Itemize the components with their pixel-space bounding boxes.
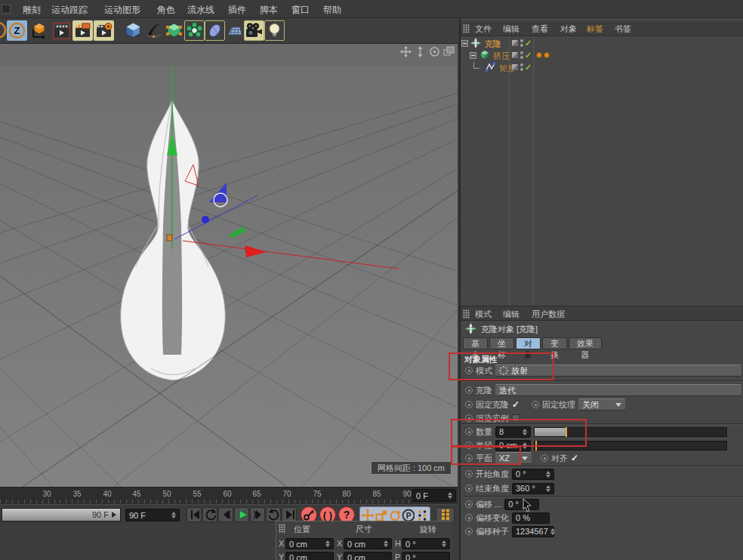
count-input[interactable]: 8 xyxy=(495,426,531,438)
rot-h-input[interactable]: 0 ° xyxy=(402,538,450,549)
previous-frame-button[interactable] xyxy=(218,507,233,522)
enabled-check-icon[interactable]: ✓ xyxy=(525,63,532,72)
menu-script[interactable]: 脚本 xyxy=(260,4,278,17)
tree-row-cloner[interactable]: 克隆 ✓ xyxy=(461,38,743,50)
om-menu-objects[interactable]: 对象 xyxy=(560,23,577,35)
primitive-cube-icon[interactable] xyxy=(123,20,143,41)
anim-dot-icon[interactable] xyxy=(465,442,473,449)
menu-character[interactable]: 角色 xyxy=(157,4,175,17)
anim-dot-icon[interactable] xyxy=(465,428,473,435)
axis-z-handle[interactable] xyxy=(202,216,209,223)
tree-row-rectangle[interactable]: 矩形 ✓ xyxy=(461,62,743,74)
stepper-icon[interactable] xyxy=(544,485,550,492)
size-y-input[interactable]: 0 cm xyxy=(344,552,392,560)
stepper-icon[interactable] xyxy=(548,528,555,535)
floor-grid-icon[interactable] xyxy=(224,20,245,41)
layer-square-icon[interactable] xyxy=(512,64,518,70)
timeline-ruler[interactable]: 30 35 40 45 50 55 60 65 70 75 80 85 90 xyxy=(0,487,458,504)
anim-dot-icon[interactable] xyxy=(541,454,548,462)
menu-pipeline[interactable]: 流水线 xyxy=(187,4,214,17)
play-loop-button[interactable] xyxy=(266,507,281,522)
stepper-icon[interactable] xyxy=(520,429,527,435)
coordinate-cube-icon[interactable] xyxy=(29,20,49,41)
align-checkbox[interactable]: ✓ xyxy=(571,454,578,463)
radius-slider[interactable] xyxy=(534,441,727,451)
tree-label-extrude[interactable]: 挤压 xyxy=(493,51,510,62)
anim-dot-icon[interactable] xyxy=(532,401,539,408)
clones-dropdown[interactable]: 迭代 xyxy=(495,384,741,396)
om-menu-bookmarks[interactable]: 书签 xyxy=(615,23,631,35)
om-menu-view[interactable]: 查看 xyxy=(532,23,548,35)
am-menu-mode[interactable]: 模式 xyxy=(475,309,492,320)
menu-mograph[interactable]: 运动图形 xyxy=(104,4,140,17)
anim-dot-icon[interactable] xyxy=(465,454,473,462)
render-settings-icon[interactable] xyxy=(94,20,114,41)
render-view-icon[interactable] xyxy=(51,20,72,41)
menu-motion-track[interactable]: 运动跟踪 xyxy=(51,4,88,17)
end-angle-input[interactable]: 360 ° xyxy=(512,483,554,494)
stepper-icon[interactable] xyxy=(445,492,452,499)
plane-dropdown[interactable]: XZ xyxy=(495,452,532,464)
pan-icon[interactable] xyxy=(400,46,412,57)
offset-seed-input[interactable]: 1234567 xyxy=(512,526,554,537)
anim-dot-icon[interactable] xyxy=(465,500,473,508)
tree-row-extrude[interactable]: 挤压 ✓ xyxy=(461,50,743,62)
anim-dot-icon[interactable] xyxy=(465,485,473,492)
tree-label-cloner[interactable]: 克隆 xyxy=(485,38,501,50)
am-menu-userdata[interactable]: 用户数据 xyxy=(532,309,565,320)
anim-dot-icon[interactable] xyxy=(465,528,473,535)
tag-icon[interactable] xyxy=(536,52,542,58)
menu-help[interactable]: 帮助 xyxy=(323,4,341,17)
deformer-bean-icon[interactable] xyxy=(205,20,225,41)
menu-sculpt[interactable]: 雕刻 xyxy=(23,4,41,17)
pos-y-input[interactable]: 0 cm xyxy=(285,552,334,560)
keyframe-bars-button[interactable] xyxy=(436,507,455,522)
pos-x-input[interactable]: 0 cm xyxy=(285,538,334,549)
anim-dot-icon[interactable] xyxy=(465,367,473,374)
tag-icon[interactable] xyxy=(544,52,550,58)
rot-p-input[interactable]: 0 ° xyxy=(402,552,450,560)
om-menu-edit[interactable]: 编辑 xyxy=(503,23,519,35)
stepper-icon[interactable] xyxy=(544,471,550,478)
object-origin-dot[interactable] xyxy=(167,235,172,241)
visibility-dots-icon[interactable] xyxy=(520,39,523,48)
next-frame-button[interactable] xyxy=(250,507,265,522)
play-backwards-loop-button[interactable] xyxy=(202,507,217,522)
mograph-cloner-icon[interactable] xyxy=(184,20,205,41)
offset-variation-input[interactable]: 0 % xyxy=(512,512,550,524)
panel-grip-icon[interactable] xyxy=(463,24,470,33)
render-region-icon[interactable] xyxy=(72,20,93,41)
subdivision-cube-icon[interactable] xyxy=(164,20,184,41)
play-button[interactable] xyxy=(234,507,249,522)
anim-dot-icon[interactable] xyxy=(465,401,473,408)
goto-start-button[interactable] xyxy=(187,507,202,522)
viewport-3d[interactable]: 网格间距 : 100 cm xyxy=(0,44,458,487)
tab-effectors[interactable]: 效果器 xyxy=(569,337,602,349)
radius-input[interactable]: 0 cm xyxy=(495,440,531,451)
light-icon[interactable] xyxy=(264,20,285,41)
stepper-icon[interactable] xyxy=(381,540,388,547)
stepper-icon[interactable] xyxy=(520,442,527,449)
fix-clone-checkbox[interactable]: ✓ xyxy=(512,400,519,409)
end-frame-spinner[interactable]: 90 F xyxy=(125,509,180,522)
render-instance-checkbox[interactable] xyxy=(512,414,519,422)
count-slider[interactable] xyxy=(534,427,727,437)
layer-square-icon[interactable] xyxy=(512,52,518,58)
start-angle-input[interactable]: 0 ° xyxy=(512,469,554,480)
tab-basic[interactable]: 基本 xyxy=(463,337,488,349)
menu-plugins[interactable]: 插件 xyxy=(228,4,246,17)
anim-dot-icon[interactable] xyxy=(465,470,473,478)
size-x-input[interactable]: 0 cm xyxy=(344,538,392,549)
om-menu-file[interactable]: 文件 xyxy=(475,23,492,35)
panel-grip-icon[interactable] xyxy=(463,309,470,318)
expand-toggle-icon[interactable] xyxy=(470,52,476,59)
visibility-dots-icon[interactable] xyxy=(520,51,523,60)
zoom-icon[interactable] xyxy=(415,46,426,57)
stepper-icon[interactable] xyxy=(439,540,446,547)
tab-object[interactable]: 对象 xyxy=(516,337,541,349)
enabled-check-icon[interactable]: ✓ xyxy=(525,51,532,60)
enabled-check-icon[interactable]: ✓ xyxy=(525,38,532,48)
stepper-icon[interactable] xyxy=(169,512,176,518)
fix-texture-dropdown[interactable]: 关闭 xyxy=(578,398,625,411)
anim-dot-icon[interactable] xyxy=(465,386,473,394)
